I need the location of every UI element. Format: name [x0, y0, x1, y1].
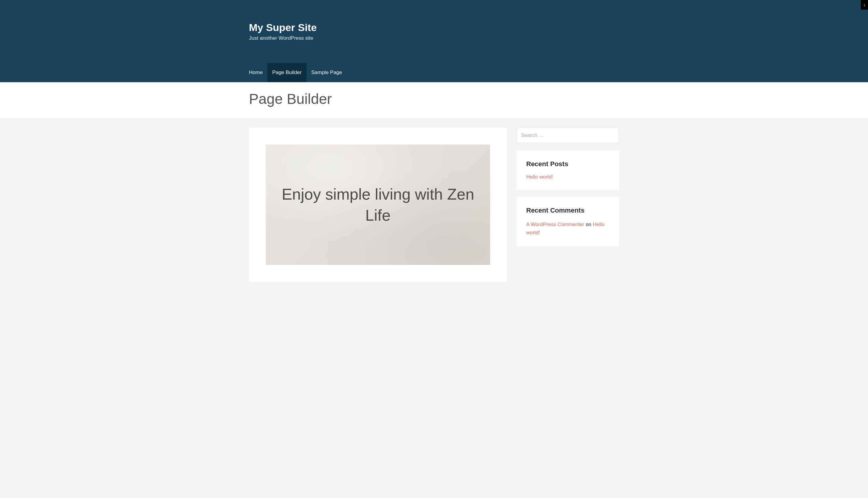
page-title-bar: Page Builder — [0, 82, 868, 118]
search-widget — [516, 128, 619, 143]
site-tagline: Just another WordPress site — [249, 35, 619, 41]
list-item: Hello world! — [526, 174, 609, 180]
nav-item-page-builder[interactable]: Page Builder — [267, 63, 306, 82]
scroll-down-button[interactable]: ↓ — [861, 0, 868, 10]
hero-block: Enjoy simple living with Zen Life — [266, 145, 490, 265]
site-header: My Super Site Just another WordPress sit… — [0, 0, 868, 82]
primary-nav: Home Page Builder Sample Page — [244, 63, 619, 82]
recent-posts-widget: Recent Posts Hello world! — [516, 150, 619, 190]
comment-sep: on — [584, 222, 592, 227]
main-content: Enjoy simple living with Zen Life — [249, 128, 507, 282]
search-input[interactable] — [516, 128, 619, 143]
recent-post-link[interactable]: Hello world! — [526, 174, 553, 180]
list-item: A WordPress Commenter on Hello world! — [526, 220, 609, 237]
arrow-down-icon: ↓ — [864, 2, 866, 7]
site-title[interactable]: My Super Site — [249, 22, 619, 34]
sidebar: Recent Posts Hello world! Recent Comment… — [516, 128, 619, 282]
recent-comments-widget: Recent Comments A WordPress Commenter on… — [516, 197, 619, 246]
nav-item-sample-page[interactable]: Sample Page — [307, 63, 347, 82]
recent-comments-title: Recent Comments — [526, 207, 609, 214]
hero-heading: Enjoy simple living with Zen Life — [278, 184, 478, 226]
page-title: Page Builder — [249, 91, 619, 107]
recent-posts-title: Recent Posts — [526, 160, 609, 168]
comment-author-link[interactable]: A WordPress Commenter — [526, 222, 584, 227]
nav-item-home[interactable]: Home — [244, 63, 267, 82]
